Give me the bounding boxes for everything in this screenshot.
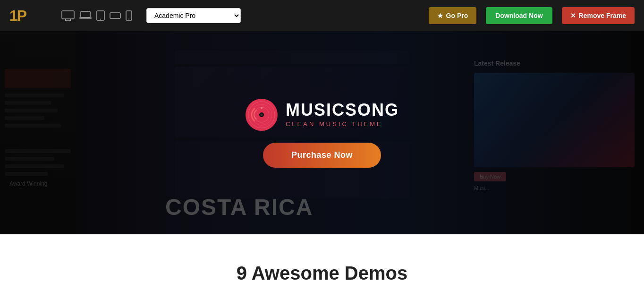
brand-logo: MUSICSONG CLEAN MUSIC THEME: [245, 98, 399, 131]
star-icon: ★: [437, 12, 443, 19]
hero-section: Latest Release Buy Now Musi... Award Win…: [0, 31, 644, 234]
demos-title: 9 Awesome Demos: [9, 263, 635, 284]
brand-text: MUSICSONG CLEAN MUSIC THEME: [286, 102, 399, 128]
purchase-label: Purchase Now: [291, 150, 353, 160]
go-pro-label: Go Pro: [446, 12, 468, 19]
brand-name: MUSICSONG: [286, 102, 399, 119]
svg-rect-4: [81, 11, 90, 17]
theme-selector[interactable]: Academic Pro Business Pro Music Theme Ed…: [146, 8, 241, 23]
wide-device-icon: [110, 12, 121, 19]
tablet-icon: [96, 10, 105, 21]
monitor-icon: [61, 10, 75, 21]
svg-rect-5: [79, 17, 92, 19]
go-pro-button[interactable]: ★ Go Pro: [429, 7, 477, 24]
laptop-icon: [79, 11, 92, 20]
topbar: 1P Academic Pro Business P: [0, 0, 644, 31]
svg-rect-0: [62, 11, 74, 19]
logo: 1P: [9, 7, 47, 25]
purchase-now-button[interactable]: Purchase Now: [263, 143, 381, 168]
download-now-button[interactable]: Download Now: [486, 7, 552, 24]
device-icons: [61, 10, 132, 21]
download-label: Download Now: [495, 12, 542, 19]
remove-label: Remove Frame: [579, 12, 626, 19]
logo-text: 1P: [9, 7, 26, 25]
demos-section: 9 Awesome Demos: [0, 234, 644, 308]
x-icon: ✕: [570, 12, 576, 19]
vinyl-icon: [245, 98, 278, 131]
svg-point-7: [100, 19, 101, 20]
remove-frame-button[interactable]: ✕ Remove Frame: [562, 7, 635, 24]
hero-content: MUSICSONG CLEAN MUSIC THEME Purchase Now: [0, 31, 644, 234]
svg-point-17: [261, 107, 263, 109]
svg-point-10: [128, 19, 129, 20]
svg-rect-8: [110, 13, 120, 18]
brand-tagline: CLEAN MUSIC THEME: [286, 120, 399, 128]
phone-icon: [126, 10, 132, 21]
svg-point-16: [260, 113, 263, 116]
